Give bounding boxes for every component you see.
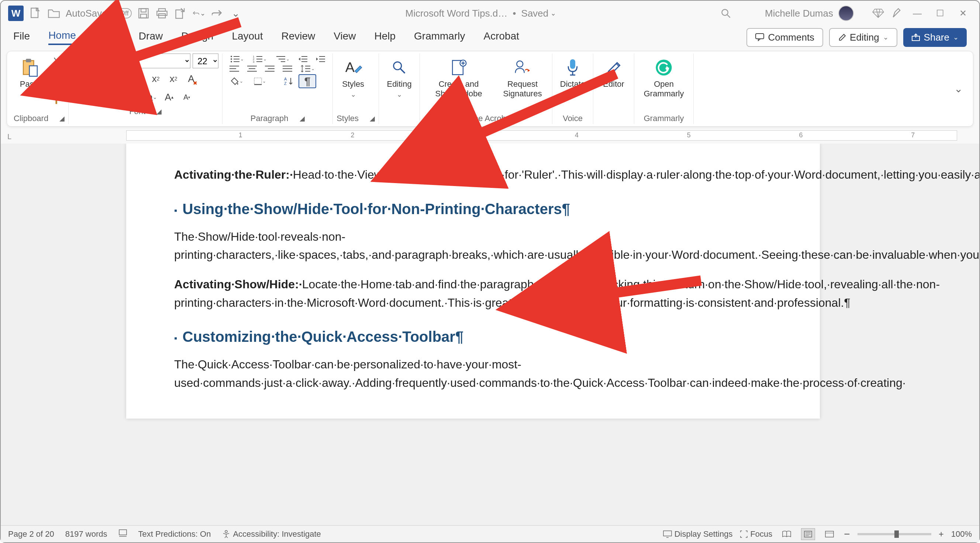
svg-rect-22 (55, 99, 57, 104)
view-print-layout[interactable] (801, 528, 815, 540)
minimize-button[interactable]: — (908, 5, 926, 22)
align-center-button[interactable] (244, 65, 260, 73)
shading-button[interactable]: ⌄ (226, 74, 248, 88)
export-icon[interactable] (174, 6, 187, 20)
svg-rect-14 (30, 66, 37, 76)
undo-icon[interactable]: ⌄ (192, 6, 205, 20)
share-button[interactable]: Share⌄ (903, 28, 967, 47)
paste-button[interactable]: Paste ⌄ (14, 55, 47, 101)
tab-design[interactable]: Design (181, 30, 213, 44)
tab-layout[interactable]: Layout (232, 30, 263, 44)
open-folder-icon[interactable] (47, 6, 60, 20)
view-read-mode[interactable] (780, 528, 794, 540)
request-signatures-button[interactable]: Request Signatures (496, 55, 548, 101)
save-icon[interactable] (137, 6, 150, 20)
maximize-button[interactable]: ☐ (931, 5, 949, 22)
document-area[interactable]: Activating·the·Ruler:·Head·to·the·View·t… (1, 143, 979, 525)
grow-font-button[interactable]: A▴ (161, 89, 177, 105)
svg-point-76 (225, 530, 227, 533)
status-display-settings[interactable]: Display Settings (663, 529, 733, 539)
align-left-button[interactable] (226, 65, 242, 73)
zoom-level[interactable]: 100% (951, 529, 972, 539)
document-page[interactable]: Activating·the·Ruler:·Head·to·the·View·t… (126, 143, 820, 419)
bullets-button[interactable]: ⌄ (226, 55, 248, 63)
comments-button[interactable]: Comments (746, 28, 823, 47)
search-icon[interactable] (719, 6, 732, 20)
dictate-button[interactable]: Dictate ⌄ (556, 55, 589, 101)
highlight-button[interactable]: ⌄ (94, 89, 115, 105)
open-grammarly-button[interactable]: Open Grammarly (638, 55, 690, 101)
qat-customize-icon[interactable]: ⌄ (229, 6, 242, 20)
zoom-out-button[interactable]: − (844, 528, 850, 540)
autosave-toggle[interactable]: AutoSave Off (66, 8, 132, 19)
view-web-layout[interactable] (822, 528, 837, 540)
increase-indent-button[interactable] (312, 55, 329, 63)
tab-home[interactable]: Home (48, 30, 76, 45)
pen-icon[interactable] (890, 6, 903, 20)
zoom-slider[interactable] (858, 533, 931, 535)
bold-button[interactable]: B (72, 70, 89, 87)
italic-button[interactable]: I (90, 70, 106, 87)
paragraph-dialog-launcher[interactable]: ◢ (300, 115, 305, 123)
decrease-indent-button[interactable] (295, 55, 311, 63)
zoom-in-button[interactable]: + (939, 529, 944, 539)
copy-icon[interactable] (50, 73, 65, 88)
multilevel-list-button[interactable]: ⌄ (272, 55, 293, 63)
ruler[interactable]: L 1 2 3 4 5 6 7 (1, 130, 979, 143)
shrink-font-button[interactable]: A▾ (178, 89, 195, 105)
user-avatar[interactable] (838, 6, 854, 21)
align-right-button[interactable] (262, 65, 278, 73)
font-dialog-launcher[interactable]: ◢ (156, 107, 162, 116)
print-icon[interactable] (155, 6, 169, 20)
sort-button[interactable]: AZ (281, 74, 297, 88)
editing-group-button[interactable]: Editing ⌄ (383, 55, 416, 101)
clear-formatting-button[interactable]: A✖ (183, 70, 199, 87)
show-hide-button[interactable]: ¶ (299, 74, 316, 88)
tab-file[interactable]: File (13, 30, 30, 44)
status-predictions[interactable]: Text Predictions: On (138, 529, 211, 539)
close-button[interactable]: ✕ (954, 5, 972, 22)
status-page[interactable]: Page 2 of 20 (8, 529, 54, 539)
styles-button[interactable]: A Styles ⌄ (337, 55, 370, 101)
numbering-button[interactable]: 123⌄ (249, 55, 270, 63)
status-accessibility[interactable]: Accessibility: Investigate (222, 529, 321, 539)
font-name-select[interactable]: Calibri (Body) (72, 54, 190, 68)
diamond-icon[interactable] (872, 6, 885, 20)
editing-mode-button[interactable]: Editing⌄ (829, 28, 897, 47)
document-title[interactable]: Microsoft Word Tips.d… (406, 8, 508, 19)
status-words[interactable]: 8197 words (65, 529, 107, 539)
justify-button[interactable] (279, 65, 296, 73)
strikethrough-button[interactable]: ab (130, 70, 146, 87)
borders-button[interactable]: ⌄ (249, 74, 270, 88)
change-case-button[interactable]: Aa⌄ (139, 89, 159, 105)
cut-icon[interactable] (50, 55, 65, 70)
create-pdf-button[interactable]: Create and Share Adobe PDF (423, 55, 494, 111)
new-doc-icon[interactable] (29, 6, 42, 20)
tab-grammarly[interactable]: Grammarly (414, 30, 465, 44)
clipboard-dialog-launcher[interactable]: ◢ (59, 115, 65, 123)
user-name[interactable]: Michelle Dumas (765, 8, 833, 19)
status-language-icon[interactable] (118, 529, 127, 539)
text-effects-button[interactable]: A⌄ (72, 89, 93, 105)
save-status-dropdown[interactable]: Saved ⌄ (521, 8, 557, 19)
format-painter-icon[interactable] (50, 92, 65, 107)
tab-view[interactable]: View (334, 30, 356, 44)
status-focus[interactable]: Focus (740, 529, 772, 539)
tab-acrobat[interactable]: Acrobat (484, 30, 520, 44)
ribbon: Paste ⌄ Clipboard◢ Calibri (Body) 22 B I (6, 51, 974, 127)
redo-icon[interactable] (211, 6, 224, 20)
svg-rect-74 (119, 530, 127, 535)
superscript-button[interactable]: x2 (165, 70, 181, 87)
tab-help[interactable]: Help (374, 30, 396, 44)
word-app-icon: W (8, 6, 24, 21)
line-spacing-button[interactable]: ⌄ (297, 65, 318, 73)
font-color-button[interactable]: A⌄ (116, 89, 137, 105)
ribbon-collapse-button[interactable]: ⌄ (947, 83, 970, 95)
underline-button[interactable]: U⌄ (108, 70, 129, 87)
tab-draw[interactable]: Draw (139, 30, 163, 44)
tab-review[interactable]: Review (281, 30, 315, 44)
editor-button[interactable]: Editor (597, 55, 630, 91)
styles-dialog-launcher[interactable]: ◢ (370, 115, 375, 123)
subscript-button[interactable]: x2 (148, 70, 164, 87)
font-size-select[interactable]: 22 (192, 54, 218, 68)
